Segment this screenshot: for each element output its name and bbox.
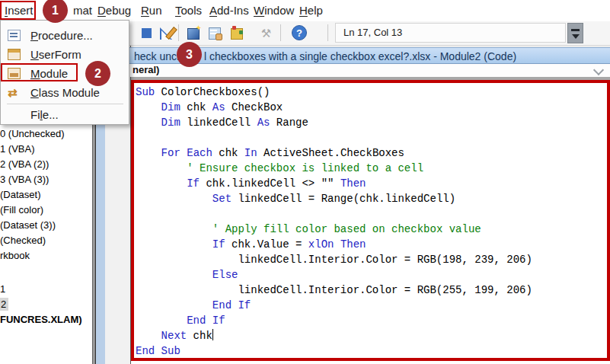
code-line: If chk.linkedCell <> "" Then [136, 176, 607, 191]
code-line [136, 206, 607, 222]
tree-item[interactable]: (Fill color) [0, 203, 92, 218]
code-line: For Each chk In ActiveSheet.CheckBoxes [136, 145, 607, 161]
tree-spacer [0, 263, 92, 282]
code-line: Next chk [136, 328, 607, 343]
code-line: Set linkedCell = Range(chk.linkedCell) [136, 191, 607, 206]
tree-item[interactable]: 1 [0, 282, 92, 297]
menu-item-window[interactable]: Window [251, 0, 296, 21]
code-line: Dim linkedCell As Range [136, 115, 607, 130]
insert-menu-item-label: File... [30, 105, 59, 124]
menu-bar: InsertmatDebugRunToolsAdd-InsWindowHelp [0, 0, 610, 22]
menu-item-debug[interactable]: Debug [95, 0, 133, 21]
insert-annotation-box [0, 1, 36, 20]
cursor-position-panel: Ln 17, Col 13 [335, 23, 566, 43]
menu-item-help[interactable]: Help [297, 0, 325, 21]
tree-item[interactable]: 0 (Unchecked) [0, 126, 92, 142]
object-combo-value: neral) [133, 64, 159, 75]
code-line [136, 130, 607, 145]
code-line: End Sub [136, 343, 607, 359]
vba-editor-window: 0 (Unchecked)1 (VBA)2 (VBA (2))3 (VBA (3… [0, 0, 610, 364]
code-editor[interactable]: Sub ColorCheckboxes() Dim chk As CheckBo… [131, 80, 610, 361]
tree-item[interactable]: FUNCRES.XLAM) [0, 312, 92, 327]
code-line: If chk.Value = xlOn Then [136, 237, 607, 252]
tree-item[interactable]: 2 [0, 297, 92, 312]
code-line: End If [136, 313, 607, 328]
object-combo-row[interactable]: neral) [92, 64, 610, 77]
tree-item[interactable]: 2 (VBA (2)) [0, 157, 92, 172]
code-line: ' Ensure checkbox is linked to a cell [136, 161, 607, 176]
code-line: End If [136, 298, 607, 313]
insert-menu-item-label: Procedure... [30, 26, 93, 45]
menu-item-mat[interactable]: mat [71, 0, 94, 21]
toolbar-separator [178, 24, 179, 41]
chevron-down-icon[interactable] [593, 65, 604, 75]
code-line: Dim chk As CheckBox [136, 100, 607, 115]
insert-menu-item-class-module[interactable]: ⇄Class Module [2, 83, 128, 102]
help-icon[interactable]: ? [292, 25, 307, 40]
tree-item[interactable]: rkbook [0, 248, 92, 263]
toolbar-separator [327, 24, 328, 41]
tree-item[interactable]: (Checked) [0, 233, 92, 248]
object-browser-icon[interactable] [229, 26, 244, 40]
code-text[interactable]: Sub ColorCheckboxes() Dim chk As CheckBo… [134, 83, 607, 359]
class-module-icon: ⇄ [8, 87, 21, 98]
tree-item[interactable]: (Dataset (3)) [0, 218, 92, 233]
tree-item[interactable]: (Dataset) [0, 187, 92, 203]
insert-menu-item-userform[interactable]: UserForm [2, 45, 128, 64]
insert-menu-item-label: UserForm [30, 45, 81, 64]
text-caret [212, 329, 213, 340]
procedure-icon [8, 30, 21, 41]
toolbar-options-button[interactable] [567, 23, 583, 43]
code-line: Else [136, 267, 607, 283]
code-line: ' Apply fill color based on checkbox val… [136, 222, 607, 237]
code-line: Sub ColorCheckboxes() [136, 85, 607, 100]
insert-menu-item-label: Class Module [30, 83, 100, 102]
code-line: linkedCell.Interior.Color = RGB(198, 239… [136, 252, 607, 267]
project-tree: 0 (Unchecked)1 (VBA)2 (VBA (2))3 (VBA (3… [0, 126, 92, 327]
menu-separator [7, 104, 123, 104]
project-explorer-icon[interactable]: ✦ [187, 26, 201, 40]
code-line: linkedCell.Interior.Color = RGB(255, 199… [136, 283, 607, 298]
step-badge-2: 2 [85, 61, 110, 86]
code-window-titlebar[interactable]: heck unche l checkboxes with a single ch… [92, 47, 610, 64]
insert-menu-item-procedure[interactable]: Procedure... [2, 26, 128, 45]
menu-item-addins[interactable]: Add-Ins [207, 0, 251, 21]
menu-item-tools[interactable]: Tools [173, 0, 204, 21]
userform-icon [8, 49, 21, 60]
titlebar-text-right: l checkboxes with a single checkbox exce… [204, 49, 516, 63]
tree-item[interactable]: 1 (VBA) [0, 142, 92, 157]
toolbar-separator [280, 24, 281, 41]
module-annotation-box [1, 63, 78, 81]
design-mode-icon[interactable] [159, 26, 174, 40]
properties-window-icon[interactable] [208, 26, 222, 40]
toolbox-icon: ⚒ [259, 26, 273, 40]
step-badge-3: 3 [177, 42, 202, 67]
menu-item-run[interactable]: Run [139, 0, 164, 21]
cursor-position-text: Ln 17, Col 13 [343, 27, 565, 38]
tree-item[interactable]: 3 (VBA (3)) [0, 172, 92, 187]
insert-menu-item-file[interactable]: File... [2, 105, 128, 124]
stop-icon[interactable] [139, 26, 154, 40]
